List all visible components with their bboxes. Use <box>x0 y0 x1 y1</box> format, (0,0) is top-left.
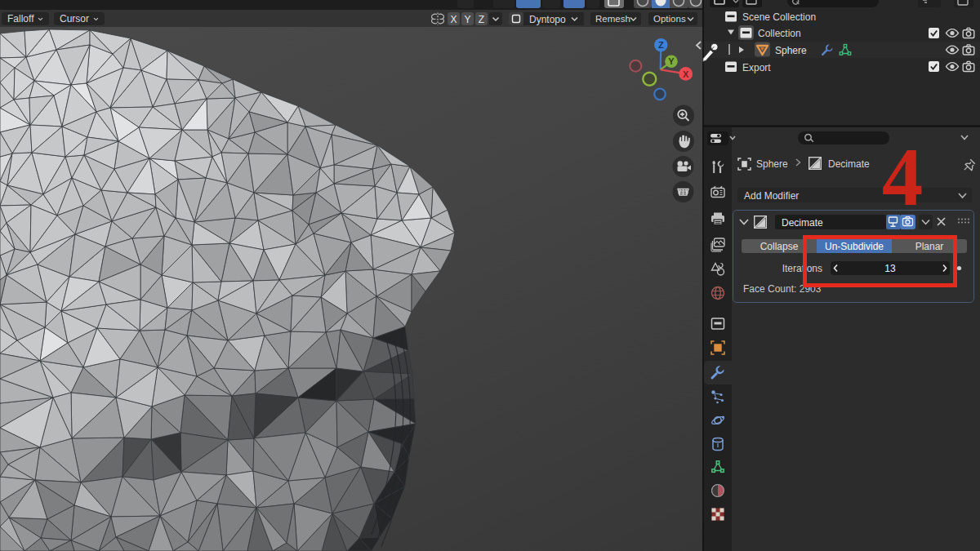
svg-text:Sphere: Sphere <box>775 45 807 56</box>
svg-text:Export: Export <box>742 62 771 73</box>
svg-text:Y: Y <box>464 14 470 25</box>
svg-text:Decimate: Decimate <box>828 158 870 170</box>
svg-text:X: X <box>683 69 689 79</box>
svg-text:Decimate: Decimate <box>782 217 823 229</box>
svg-text:Y: Y <box>668 56 675 66</box>
svg-text:Collection: Collection <box>758 28 801 39</box>
svg-text:Z: Z <box>658 40 664 50</box>
svg-text:X: X <box>450 14 457 25</box>
svg-text:Remesh: Remesh <box>595 14 630 24</box>
svg-text:Options: Options <box>653 14 686 24</box>
svg-text:Collapse: Collapse <box>760 241 799 252</box>
svg-text:Dyntopo: Dyntopo <box>529 14 566 25</box>
svg-text:Z: Z <box>479 14 484 25</box>
svg-text:Sphere: Sphere <box>756 158 788 170</box>
svg-text:Scene Collection: Scene Collection <box>742 11 816 23</box>
